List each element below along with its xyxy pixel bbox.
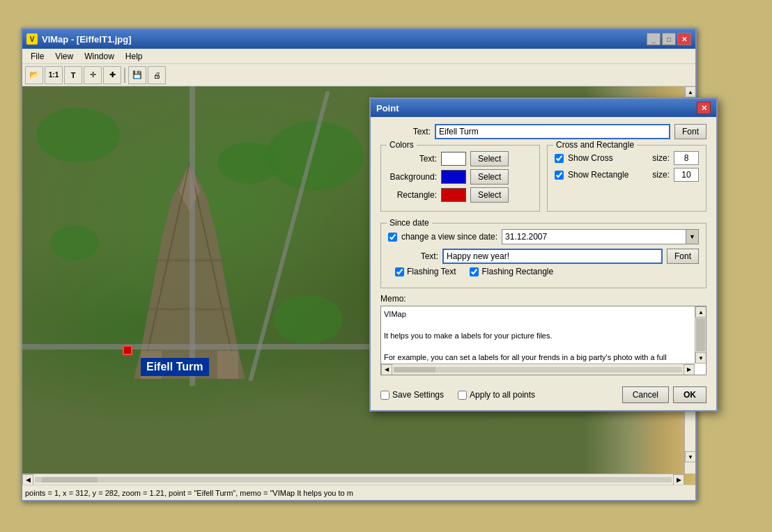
save-button[interactable]: 💾	[128, 66, 146, 84]
map-marker[interactable]	[123, 345, 132, 355]
scroll-down-arrow[interactable]: ▼	[685, 451, 695, 462]
zoom-1-1-button[interactable]: 1:1	[45, 66, 63, 84]
scroll-track-h	[35, 477, 672, 483]
map-scrollbar-horizontal[interactable]: ◀ ▶	[22, 474, 684, 485]
color-text-swatch[interactable]	[441, 152, 466, 166]
since-font-button[interactable]: Font	[667, 249, 699, 264]
apply-all-item: Apply to all points	[458, 390, 535, 400]
dialog-footer: Save Settings Apply to all points Cancel…	[371, 382, 716, 410]
status-bar: points = 1, x = 312, y = 282, zoom = 1.2…	[22, 485, 695, 500]
menu-file[interactable]: File	[25, 50, 49, 63]
menu-help[interactable]: Help	[120, 50, 148, 63]
window-controls: _ □ ✕	[647, 33, 691, 45]
cross-rectangle-group: Cross and Rectangle Show Cross size: Sho…	[547, 145, 707, 212]
since-group-label: Since date	[387, 218, 432, 228]
memo-scroll-thumb-h[interactable]	[394, 367, 682, 373]
print-button[interactable]: 🖨	[148, 66, 166, 84]
cursor1-button[interactable]: ✛	[84, 66, 102, 84]
title-bar: V VIMap - [EiffelT1.jpg] _ □ ✕	[22, 29, 695, 49]
scroll-right-arrow[interactable]: ▶	[673, 474, 684, 485]
menu-view[interactable]: View	[49, 50, 79, 63]
window-title: VIMap - [EiffelT1.jpg]	[42, 34, 647, 45]
memo-scrollbar-horizontal[interactable]: ◀ ▶	[381, 363, 695, 375]
show-cross-checkbox[interactable]	[555, 154, 564, 163]
font-button[interactable]: Font	[674, 124, 707, 139]
color-text-label: Text:	[388, 154, 437, 164]
point-dialog: Point ✕ Text: Font Colors Text: Select B…	[369, 97, 718, 412]
show-rect-checkbox[interactable]	[555, 171, 564, 180]
memo-label: Memo:	[380, 294, 707, 304]
memo-thumb-indicator	[394, 367, 435, 373]
save-settings-item: Save Settings	[380, 390, 444, 400]
since-text-input[interactable]	[442, 249, 663, 264]
cancel-button[interactable]: Cancel	[622, 386, 669, 403]
text-field-label: Text:	[380, 127, 431, 136]
show-cross-row: Show Cross size:	[555, 151, 699, 165]
since-checkbox-label: change a view since date:	[401, 232, 497, 242]
scroll-left-arrow[interactable]: ◀	[22, 474, 33, 485]
cross-group-label: Cross and Rectangle	[553, 140, 637, 150]
rect-size-input[interactable]	[674, 168, 699, 182]
park-patch-1	[36, 107, 120, 163]
dialog-body: Text: Font Colors Text: Select Backgroun…	[371, 117, 716, 382]
text-input[interactable]	[435, 124, 670, 139]
cursor2-button[interactable]: ✚	[103, 66, 121, 84]
groups-container: Colors Text: Select Background: Select R…	[380, 145, 707, 217]
cross-size-label: size:	[652, 153, 670, 163]
flashing-text-item: Flashing Text	[395, 267, 456, 276]
date-input-wrapper: ▼	[502, 229, 699, 244]
toolbar: 📂 1:1 T ✛ ✚ 💾 🖨	[22, 64, 695, 86]
color-text-row: Text: Select	[388, 151, 532, 166]
color-rect-select-button[interactable]: Select	[470, 187, 509, 203]
save-settings-checkbox[interactable]	[380, 391, 389, 400]
colors-group-label: Colors	[387, 140, 417, 150]
scroll-up-arrow[interactable]: ▲	[685, 86, 695, 97]
flashing-rect-checkbox[interactable]	[470, 267, 479, 276]
color-text-select-button[interactable]: Select	[470, 151, 509, 166]
svg-rect-7	[217, 351, 238, 379]
close-button[interactable]: ✕	[677, 33, 691, 45]
flashing-text-checkbox[interactable]	[395, 267, 404, 276]
text-tool-button[interactable]: T	[64, 66, 82, 84]
road-horizontal	[22, 344, 399, 350]
save-settings-label: Save Settings	[392, 390, 444, 400]
apply-all-checkbox[interactable]	[458, 391, 467, 400]
memo-scrollbar-vertical[interactable]: ▲ ▼	[695, 306, 706, 363]
dialog-title-text: Point	[376, 103, 697, 114]
since-text-row: Text: Font	[388, 249, 699, 264]
flashing-rect-item: Flashing Rectangle	[470, 267, 553, 276]
color-bg-swatch[interactable]	[441, 170, 466, 184]
memo-scroll-up[interactable]: ▲	[695, 306, 707, 318]
memo-container: VIMap It helps you to make a labels for …	[380, 306, 707, 375]
color-bg-label: Background:	[388, 172, 437, 182]
date-dropdown-button[interactable]: ▼	[686, 230, 698, 244]
cross-size-input[interactable]	[674, 151, 699, 165]
memo-scroll-right[interactable]: ▶	[684, 364, 695, 375]
show-cross-label: Show Cross	[568, 153, 648, 163]
apply-all-label: Apply to all points	[470, 390, 535, 400]
maximize-button[interactable]: □	[662, 33, 676, 45]
status-text: points = 1, x = 312, y = 282, zoom = 1.2…	[25, 489, 353, 497]
dialog-close-button[interactable]: ✕	[697, 102, 711, 114]
color-rect-label: Rectangle:	[388, 190, 437, 200]
since-text-label: Text:	[388, 251, 438, 261]
minimize-button[interactable]: _	[647, 33, 661, 45]
dialog-action-buttons: Cancel OK	[622, 386, 707, 403]
color-rect-swatch[interactable]	[441, 188, 466, 202]
menu-window[interactable]: Window	[79, 50, 120, 63]
since-checkbox[interactable]	[388, 233, 397, 242]
memo-scroll-left[interactable]: ◀	[381, 364, 392, 375]
open-button[interactable]: 📂	[25, 66, 43, 84]
memo-scroll-thumb-v[interactable]	[696, 318, 705, 352]
road-vertical-1	[190, 86, 195, 386]
date-input[interactable]	[502, 232, 686, 242]
color-bg-row: Background: Select	[388, 169, 532, 185]
memo-scroll-down[interactable]: ▼	[695, 352, 707, 363]
menu-bar: File View Window Help	[22, 49, 695, 64]
dialog-title-bar: Point ✕	[371, 99, 716, 117]
color-bg-select-button[interactable]: Select	[470, 169, 509, 185]
flashing-options-row: Flashing Text Flashing Rectangle	[388, 267, 699, 276]
ok-button[interactable]: OK	[673, 386, 707, 403]
since-date-group: Since date change a view since date: ▼ T…	[380, 223, 707, 288]
scroll-thumb-h[interactable]	[42, 477, 98, 483]
